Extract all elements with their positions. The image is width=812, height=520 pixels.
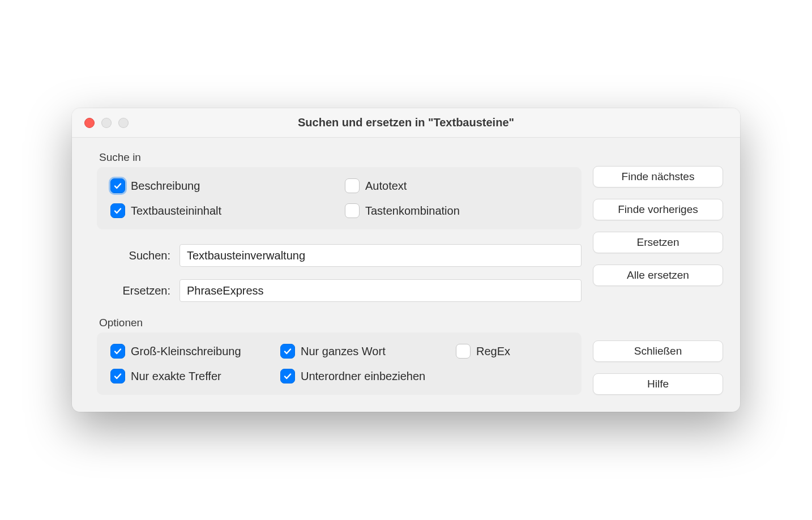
checkmark-icon [280,344,295,359]
checkbox-label: Tastenkombination [365,204,460,218]
checkbox-include-subfolders[interactable]: Unterordner einbeziehen [280,369,445,383]
checkbox-beschreibung[interactable]: Beschreibung [110,178,334,193]
checkbox-case-sensitive[interactable]: Groß-Kleinschreibung [110,344,269,359]
checkbox-label: Groß-Kleinschreibung [131,345,241,358]
form-rows: Suchen: Ersetzen: [97,244,582,302]
checkbox-tastenkombination[interactable]: Tastenkombination [345,203,568,218]
dialog-content: Suche in Beschreibung Autotext [72,138,740,412]
traffic-lights [72,118,129,128]
spacer [593,297,723,340]
checkbox-regex[interactable]: RegEx [456,344,568,359]
checkbox-whole-word[interactable]: Nur ganzes Wort [280,344,445,359]
window-title: Suchen und ersetzen in "Textbausteine" [72,116,740,129]
zoom-window-button[interactable] [118,118,129,128]
replace-all-button[interactable]: Alle ersetzen [593,265,723,286]
checkbox-box [456,344,471,359]
find-next-button[interactable]: Finde nächstes [593,166,723,187]
checkbox-label: Nur exakte Treffer [131,370,221,383]
close-window-button[interactable] [84,118,95,128]
search-input[interactable] [180,244,582,267]
close-button[interactable]: Schließen [593,340,723,362]
options-label: Optionen [99,317,582,329]
side-column: Finde nächstes Finde vorheriges Ersetzen… [593,151,723,395]
replace-label: Ersetzen: [97,284,170,297]
checkbox-textbausteininhalt[interactable]: Textbausteininhalt [110,203,334,218]
checkbox-label: Beschreibung [131,180,200,193]
search-in-label: Suche in [99,151,582,164]
replace-button[interactable]: Ersetzen [593,232,723,253]
help-button[interactable]: Hilfe [593,373,723,395]
checkmark-icon [110,203,125,218]
checkbox-autotext[interactable]: Autotext [345,178,568,193]
checkmark-icon [110,178,125,193]
search-in-panel: Beschreibung Autotext Textbausteininhalt [97,167,582,229]
checkbox-label: Autotext [365,180,407,193]
checkmark-icon [280,369,295,383]
checkbox-label: RegEx [476,345,510,358]
checkbox-label: Textbausteininhalt [131,204,221,218]
options-panel: Groß-Kleinschreibung Nur ganzes Wort Reg… [97,333,582,395]
checkmark-icon [110,344,125,359]
checkbox-box [345,178,360,193]
checkbox-exact-only[interactable]: Nur exakte Treffer [110,369,269,383]
checkbox-label: Unterordner einbeziehen [301,370,425,383]
titlebar: Suchen und ersetzen in "Textbausteine" [72,108,740,138]
checkbox-label: Nur ganzes Wort [301,345,386,358]
main-column: Suche in Beschreibung Autotext [97,151,582,395]
checkmark-icon [110,369,125,383]
dialog-window: Suchen und ersetzen in "Textbausteine" S… [72,108,740,412]
minimize-window-button[interactable] [101,118,112,128]
replace-row: Ersetzen: [97,279,582,302]
search-label: Suchen: [97,249,170,262]
checkbox-box [345,203,360,218]
find-prev-button[interactable]: Finde vorheriges [593,199,723,220]
search-row: Suchen: [97,244,582,267]
replace-input[interactable] [180,279,582,302]
